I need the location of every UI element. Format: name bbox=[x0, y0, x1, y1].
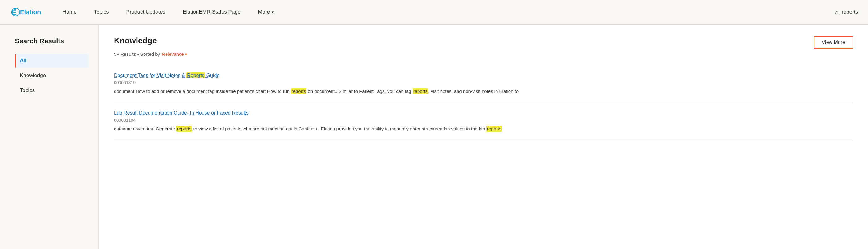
results-count: 5+ Results • Sorted by bbox=[114, 52, 160, 57]
search-query: reports bbox=[842, 9, 858, 15]
navbar: E Elation Home Topics Product Updates El… bbox=[0, 0, 868, 25]
content-header: Knowledge View More bbox=[114, 36, 853, 49]
svg-text:Elation: Elation bbox=[20, 9, 41, 15]
content-area: Knowledge View More 5+ Results • Sorted … bbox=[99, 25, 868, 249]
sidebar-item-all[interactable]: All bbox=[15, 54, 89, 67]
nav-search[interactable]: ⌕ reports bbox=[835, 9, 858, 16]
result-1-title-after: Guide bbox=[205, 73, 219, 78]
highlight-reports-2a: reports bbox=[177, 126, 192, 132]
svg-text:E: E bbox=[12, 8, 17, 17]
chevron-down-icon: ▾ bbox=[272, 10, 274, 14]
sidebar-item-topics-label: Topics bbox=[20, 87, 35, 94]
result-1-title-highlight: Reports bbox=[186, 72, 205, 79]
nav-links: Home Topics Product Updates ElationEMR S… bbox=[54, 0, 835, 25]
nav-home[interactable]: Home bbox=[54, 0, 85, 25]
nav-status-page[interactable]: ElationEMR Status Page bbox=[174, 0, 249, 25]
section-title-wrapper: Knowledge bbox=[114, 36, 157, 45]
result-item-1: Document Tags for Visit Notes & Reports … bbox=[114, 65, 853, 103]
highlight-reports-2b: reports bbox=[486, 126, 502, 132]
result-snippet-1: document How to add or remove a document… bbox=[114, 88, 853, 95]
sidebar-item-knowledge-label: Knowledge bbox=[20, 72, 46, 79]
sort-chevron-icon: ▾ bbox=[185, 52, 187, 56]
results-meta: 5+ Results • Sorted by Relevance ▾ bbox=[114, 52, 853, 57]
result-2-title-text: Lab Result Documentation Guide- In House… bbox=[114, 110, 249, 116]
sidebar-title: Search Results bbox=[15, 37, 89, 45]
sort-relevance-link[interactable]: Relevance ▾ bbox=[162, 52, 187, 57]
nav-more-label: More bbox=[258, 9, 270, 15]
sidebar: Search Results All Knowledge Topics bbox=[0, 25, 99, 249]
view-more-button[interactable]: View More bbox=[814, 36, 853, 49]
sidebar-item-knowledge[interactable]: Knowledge bbox=[15, 69, 89, 82]
sidebar-item-all-label: All bbox=[20, 58, 27, 64]
result-title-1[interactable]: Document Tags for Visit Notes & Reports … bbox=[114, 73, 853, 79]
highlight-reports-1a: reports bbox=[291, 88, 307, 94]
result-title-2[interactable]: Lab Result Documentation Guide- In House… bbox=[114, 110, 853, 116]
result-id-2: 000001104 bbox=[114, 118, 853, 123]
nav-more[interactable]: More ▾ bbox=[249, 0, 283, 25]
main-container: Search Results All Knowledge Topics Know… bbox=[0, 25, 868, 249]
search-icon: ⌕ bbox=[835, 9, 839, 16]
result-snippet-2: outcomes over time Generate reports to v… bbox=[114, 125, 853, 132]
result-id-1: 000001319 bbox=[114, 80, 853, 85]
sort-label: Relevance bbox=[162, 52, 184, 57]
section-title: Knowledge bbox=[114, 36, 157, 45]
nav-topics[interactable]: Topics bbox=[85, 0, 117, 25]
sidebar-item-topics[interactable]: Topics bbox=[15, 84, 89, 97]
highlight-reports-1b: reports bbox=[413, 88, 428, 94]
result-1-title-before: Document Tags for Visit Notes & bbox=[114, 73, 186, 78]
logo[interactable]: E Elation bbox=[10, 5, 44, 19]
nav-product-updates[interactable]: Product Updates bbox=[118, 0, 174, 25]
result-item-2: Lab Result Documentation Guide- In House… bbox=[114, 103, 853, 140]
